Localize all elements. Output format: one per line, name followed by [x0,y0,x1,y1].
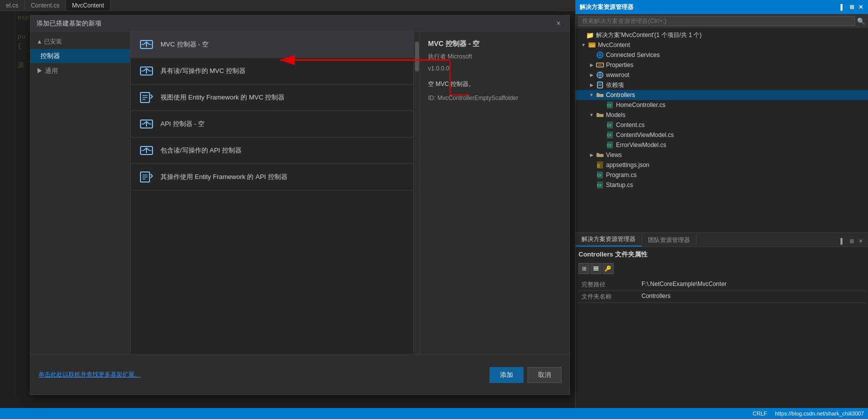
dialog-close-button[interactable]: × [554,18,564,28]
svg-rect-42 [594,268,598,269]
svg-text:C#: C# [607,124,612,127]
tree-icon-errorviewmodel: C# [606,140,614,150]
tree-label-connected-services: Connected Services [606,52,660,58]
info-id: ID: MvcControllerEmptyScaffolder [428,94,562,102]
dialog-sidebar: ▲ 已安装 控制器 ▶ 通用 [30,32,130,354]
tree-arrow-wwwroot: ▶ [588,72,596,78]
info-version: v1.0.0.0 [428,65,562,72]
tree-item-program[interactable]: C# Program.cs [576,170,868,180]
solution-explorer-title: 解决方案资源管理器 [580,3,634,12]
prop-value-foldername: Controllers [638,291,865,303]
tree-item-content-cs[interactable]: C# Content.cs [576,120,868,130]
tree-item-wwwroot[interactable]: ▶ wwwroot [576,70,868,80]
svg-text:C#: C# [597,184,602,187]
svg-text:C#: C# [607,104,612,107]
scaffold-item-5[interactable]: 其操作使用 Entity Framework 的 API 控制器 [130,164,414,190]
tree-item-appsettings[interactable]: {} appsettings.json [576,160,868,170]
svg-rect-24 [598,82,602,88]
scaffold-dialog: 添加已搭建基架的新项 × ▲ 已安装 控制器 ▶ 通用 [30,15,570,395]
tree-arrow-models: ▼ [588,112,596,118]
prop-row-foldername: 文件夹名称 Controllers [578,291,865,303]
scaffold-item-3[interactable]: API 控制器 - 空 [130,111,414,138]
pin-icon[interactable]: ▌ [839,4,846,10]
svg-text:C#: C# [607,144,612,147]
svg-text:{}: {} [597,164,600,168]
properties-area: Controllers 文件夹属性 ⊞ 🔑 完整路径 F:\.NetCoreEx… [576,247,868,419]
props-tool-key[interactable]: 🔑 [602,263,614,274]
bottom-float-icon[interactable]: ⊞ [848,238,855,244]
props-toolbar: ⊞ 🔑 [578,263,865,274]
tree-label-project: MvcContent [598,42,630,48]
bottom-tab-team-explorer[interactable]: 团队资源管理器 [642,234,696,246]
tree-icon-deps [596,80,604,90]
tree-item-models[interactable]: ▼ Models [576,110,868,120]
scaffold-icon-5 [138,169,154,185]
tree-item-homecontroller[interactable]: C# HomeController.cs [576,100,868,110]
scaffold-item-2[interactable]: 视图使用 Entity Framework 的 MVC 控制器 [130,84,414,111]
solution-tree: 📁 解决方案'MvcContent'(1 个项目/共 1 个) ▼ C# Mvc… [576,28,868,232]
tab-bar: el.cs Content.cs MvcContent [0,0,575,11]
tree-item-startup[interactable]: C# Startup.cs [576,180,868,190]
tree-item-controllers[interactable]: ▼ Controllers [576,90,868,100]
prop-row-fullpath: 完整路径 F:\.NetCoreExample\MvcConter [578,279,865,291]
blog-link[interactable]: https://blog.csdn.net/shark_chili3007 [775,410,864,416]
tree-icon-controllers [596,90,604,100]
bottom-panels: 解决方案资源管理器 团队资源管理器 ▌ ⊞ ✕ Controllers 文件夹属… [575,232,868,419]
more-extensions-link[interactable]: 单击此处以联机并查找更多基架扩展。 [38,370,140,379]
search-input[interactable] [578,16,855,26]
tree-icon-contentviewmodel: C# [606,130,614,140]
scrollbar-thumb[interactable] [415,42,419,72]
tree-item-project[interactable]: ▼ C# MvcContent [576,40,868,50]
dialog-footer-buttons: 添加 取消 [490,367,562,383]
props-table: 完整路径 F:\.NetCoreExample\MvcConter 文件夹名称 … [578,279,865,303]
scaffold-item-label-4: 包含读/写操作的 API 控制器 [160,146,242,155]
status-bar: CRLF https://blog.csdn.net/shark_chili30… [0,408,868,419]
tree-label-views: Views [606,152,622,158]
tree-item-views[interactable]: ▶ Views [576,150,868,160]
solution-explorer-title-bar: 解决方案资源管理器 ▌ ⊞ ✕ [576,0,868,14]
tree-icon-wwwroot [596,70,604,80]
search-icon[interactable]: 🔍 [857,18,865,25]
tree-label-deps: 依赖项 [606,81,624,90]
scaffold-item-label-5: 其操作使用 Entity Framework 的 API 控制器 [160,172,288,182]
svg-text:C#: C# [607,134,612,137]
tree-label-homecontroller: HomeController.cs [616,102,666,108]
bottom-pin-icon[interactable]: ▌ [839,238,846,244]
tree-item-solution[interactable]: 📁 解决方案'MvcContent'(1 个项目/共 1 个) [576,30,868,40]
tree-label-controllers: Controllers [606,92,635,98]
scaffold-icon-2 [138,90,154,106]
tree-item-contentviewmodel[interactable]: C# ContentViewModel.cs [576,130,868,140]
scaffold-item-0[interactable]: MVC 控制器 - 空 [130,32,414,58]
tree-label-errorviewmodel: ErrorViewModel.cs [616,142,666,148]
tree-label-models: Models [606,112,626,118]
props-tool-grid[interactable]: ⊞ [578,263,590,274]
props-tool-list[interactable] [590,263,602,274]
dialog-scrollbar[interactable] [414,32,420,354]
tree-arrow-views: ▶ [588,152,596,158]
bottom-tab-solution-explorer[interactable]: 解决方案资源管理器 [576,233,642,246]
tree-item-deps[interactable]: ▶ 依赖项 [576,80,868,90]
cancel-button[interactable]: 取消 [528,367,562,383]
float-icon[interactable]: ⊞ [848,4,855,10]
tree-item-connected-services[interactable]: Connected Services [576,50,868,60]
tree-item-properties[interactable]: ▶ Properties [576,60,868,70]
svg-text:C#: C# [597,174,602,177]
properties-title: Controllers 文件夹属性 [578,250,865,259]
bottom-close-icon[interactable]: ✕ [857,238,864,244]
scaffold-item-4[interactable]: 包含读/写操作的 API 控制器 [130,138,414,164]
scaffold-item-label-2: 视图使用 Entity Framework 的 MVC 控制器 [160,93,284,102]
close-panel-icon[interactable]: ✕ [857,4,864,10]
add-button[interactable]: 添加 [490,367,524,383]
tree-label-solution: 解决方案'MvcContent'(1 个项目/共 1 个) [596,31,702,40]
sidebar-nav-general[interactable]: ▶ 通用 [30,64,130,78]
scaffold-item-1[interactable]: 具有读/写操作的 MVC 控制器 [130,58,414,84]
prop-key-fullpath: 完整路径 [578,279,638,291]
tree-item-errorviewmodel[interactable]: C# ErrorViewModel.cs [576,140,868,150]
tab-content-cs[interactable]: Content.cs [25,0,66,10]
installed-section-label: ▲ 已安装 [30,36,130,48]
sidebar-nav-controllers[interactable]: 控制器 [30,49,130,63]
dialog-body: ▲ 已安装 控制器 ▶ 通用 [30,32,570,354]
tab-mvccontent[interactable]: MvcContent [66,0,110,10]
bottom-tab-bar: 解决方案资源管理器 团队资源管理器 ▌ ⊞ ✕ [576,233,868,247]
tab-el-cs[interactable]: el.cs [0,0,25,10]
